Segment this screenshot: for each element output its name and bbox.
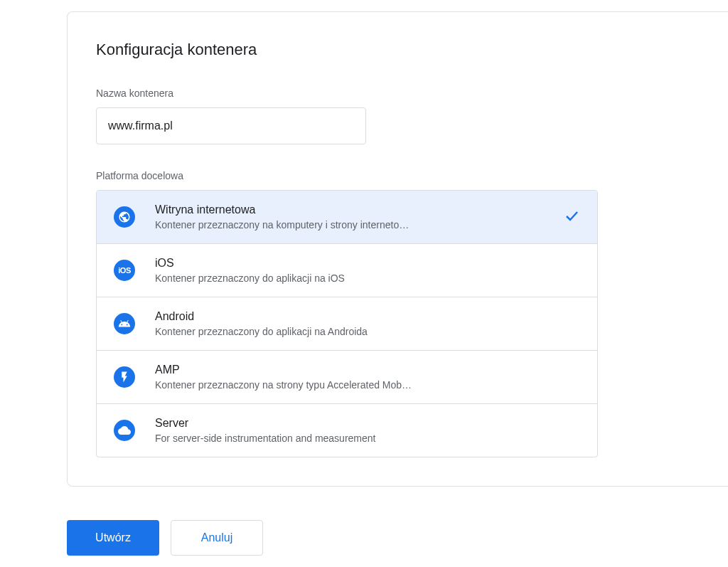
platform-description: Kontener przeznaczony na strony typu Acc… (155, 379, 580, 391)
platform-text: Server For server-side instrumentation a… (155, 417, 580, 444)
platform-description: For server-side instrumentation and meas… (155, 433, 580, 444)
platform-description: Kontener przeznaczony do aplikacji na An… (155, 326, 580, 337)
platform-text: AMP Kontener przeznaczony na strony typu… (155, 364, 580, 391)
page-title: Konfiguracja kontenera (96, 41, 700, 59)
platform-option-web[interactable]: Witryna internetowa Kontener przeznaczon… (97, 191, 597, 244)
platform-title: Witryna internetowa (155, 203, 580, 216)
platform-title: AMP (155, 364, 580, 376)
check-icon (563, 207, 580, 227)
create-button[interactable]: Utwórz (67, 520, 159, 556)
platform-text: iOS Kontener przeznaczony do aplikacji n… (155, 257, 580, 284)
platform-option-ios[interactable]: iOS iOS Kontener przeznaczony do aplikac… (97, 244, 597, 297)
cancel-button[interactable]: Anuluj (171, 520, 263, 556)
platform-label: Platforma docelowa (96, 170, 700, 181)
platform-option-server[interactable]: Server For server-side instrumentation a… (97, 404, 597, 457)
container-name-input[interactable] (96, 107, 366, 144)
platform-title: Android (155, 310, 580, 323)
platform-title: Server (155, 417, 580, 430)
platform-option-android[interactable]: Android Kontener przeznaczony do aplikac… (97, 297, 597, 351)
platform-description: Kontener przeznaczony na komputery i str… (155, 219, 580, 230)
server-icon (114, 420, 135, 441)
platform-description: Kontener przeznaczony do aplikacji na iO… (155, 272, 580, 284)
container-config-card: Konfiguracja kontenera Nazwa kontenera P… (67, 11, 728, 487)
platform-option-amp[interactable]: AMP Kontener przeznaczony na strony typu… (97, 351, 597, 404)
ios-icon: iOS (114, 260, 135, 281)
button-row: Utwórz Anuluj (67, 520, 263, 556)
amp-icon (114, 366, 135, 388)
android-icon (114, 313, 135, 334)
globe-icon (114, 206, 135, 228)
platform-text: Android Kontener przeznaczony do aplikac… (155, 310, 580, 337)
platform-title: iOS (155, 257, 580, 270)
platform-list: Witryna internetowa Kontener przeznaczon… (96, 190, 598, 457)
container-name-label: Nazwa kontenera (96, 88, 700, 99)
platform-text: Witryna internetowa Kontener przeznaczon… (155, 203, 580, 230)
